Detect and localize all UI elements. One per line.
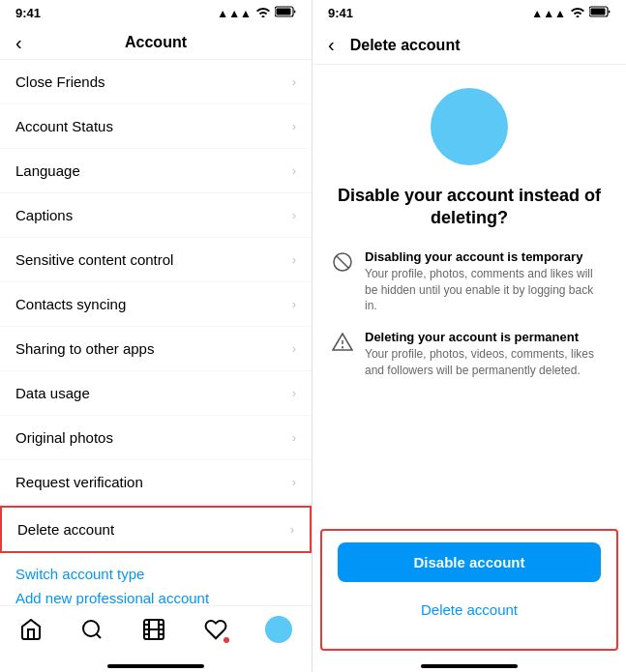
- disable-info-title: Disabling your account is temporary: [365, 249, 607, 264]
- chevron-icon: ›: [292, 297, 296, 311]
- bottom-navigation: [0, 605, 312, 658]
- chevron-icon: ›: [292, 252, 296, 267]
- delete-info-title: Deleting your account is permanent: [365, 330, 607, 344]
- delete-info-text: Deleting your account is permanent Your …: [365, 330, 607, 379]
- menu-item-original-photos[interactable]: Original photos ›: [0, 416, 312, 460]
- svg-rect-6: [591, 9, 606, 15]
- chevron-icon: ›: [292, 341, 296, 356]
- disable-info-item: Disabling your account is temporary Your…: [332, 249, 607, 314]
- disable-account-button[interactable]: Disable account: [338, 542, 601, 582]
- chevron-icon: ›: [292, 163, 296, 178]
- home-indicator-left: [0, 658, 312, 672]
- profile-circle: [431, 88, 508, 165]
- disable-icon: [332, 251, 353, 277]
- nav-heart[interactable]: [204, 618, 227, 641]
- disable-info-desc: Your profile, photos, comments and likes…: [365, 266, 607, 314]
- menu-item-delete-account[interactable]: Delete account ›: [0, 506, 312, 553]
- home-bar-right: [421, 664, 518, 668]
- right-back-button[interactable]: ‹: [328, 34, 335, 56]
- right-battery-icon: [589, 6, 611, 20]
- nav-reels[interactable]: [142, 618, 165, 641]
- switch-account-type-link[interactable]: Switch account type: [15, 566, 296, 582]
- chevron-icon: ›: [292, 74, 296, 89]
- home-bar: [107, 664, 204, 668]
- left-status-icons: ▲▲▲: [217, 6, 296, 20]
- bottom-action-buttons: Disable account Delete account: [320, 529, 618, 651]
- left-time: 9:41: [15, 6, 41, 20]
- chevron-icon: ›: [292, 430, 296, 445]
- chevron-icon: ›: [292, 475, 296, 489]
- chevron-icon: ›: [292, 119, 296, 133]
- menu-item-data-usage[interactable]: Data usage ›: [0, 371, 312, 416]
- right-nav-title: Delete account: [350, 37, 461, 54]
- wifi-icon: [255, 6, 271, 20]
- svg-rect-1: [277, 9, 291, 15]
- delete-account-content: Disable your account instead of deleting…: [313, 65, 626, 529]
- left-back-button[interactable]: ‹: [15, 32, 22, 54]
- battery-icon: [275, 6, 296, 20]
- menu-item-contacts-syncing[interactable]: Contacts syncing ›: [0, 282, 312, 327]
- chevron-icon: ›: [290, 522, 294, 537]
- nav-home[interactable]: [19, 618, 43, 641]
- menu-item-captions[interactable]: Captions ›: [0, 193, 312, 238]
- chevron-icon: ›: [292, 208, 296, 222]
- delete-info-item: Deleting your account is permanent Your …: [332, 330, 607, 379]
- right-signal-icon: ▲▲▲: [531, 7, 566, 20]
- right-wifi-icon: [570, 6, 585, 20]
- svg-line-3: [97, 634, 101, 638]
- menu-item-close-friends[interactable]: Close Friends ›: [0, 60, 312, 104]
- signal-icon: ▲▲▲: [217, 7, 252, 20]
- menu-item-sensitive-content[interactable]: Sensitive content control ›: [0, 238, 312, 282]
- menu-item-language[interactable]: Language ›: [0, 149, 312, 193]
- delete-account-button[interactable]: Delete account: [338, 594, 601, 626]
- left-status-bar: 9:41 ▲▲▲: [0, 0, 312, 26]
- nav-search[interactable]: [80, 618, 104, 641]
- delete-info-desc: Your profile, photos, videos, comments, …: [365, 346, 607, 379]
- disable-info-text: Disabling your account is temporary Your…: [365, 249, 607, 314]
- warning-icon: [332, 332, 353, 357]
- svg-line-8: [337, 256, 348, 268]
- menu-item-request-verification[interactable]: Request verification ›: [0, 460, 312, 505]
- menu-link-section: Switch account type Add new professional…: [0, 554, 312, 605]
- nav-profile[interactable]: [265, 616, 292, 643]
- add-professional-link[interactable]: Add new professional account: [15, 590, 296, 605]
- right-panel: 9:41 ▲▲▲ ‹ Delete account Disable your a…: [313, 0, 626, 672]
- right-status-bar: 9:41 ▲▲▲: [313, 0, 626, 26]
- menu-item-account-status[interactable]: Account Status ›: [0, 104, 312, 149]
- left-nav-title: Account: [125, 34, 187, 51]
- menu-item-sharing-other-apps[interactable]: Sharing to other apps ›: [0, 327, 312, 371]
- right-status-icons: ▲▲▲: [531, 6, 611, 20]
- disable-heading: Disable your account instead of deleting…: [332, 185, 607, 230]
- right-nav-header: ‹ Delete account: [313, 26, 626, 65]
- home-indicator-right: [313, 658, 626, 672]
- left-panel: 9:41 ▲▲▲ ‹ Account Close Friends › Accou…: [0, 0, 313, 672]
- right-time: 9:41: [328, 6, 353, 20]
- notification-dot: [224, 637, 229, 643]
- svg-point-2: [83, 621, 99, 636]
- left-menu-list: Close Friends › Account Status › Languag…: [0, 60, 312, 605]
- left-nav-header: ‹ Account: [0, 26, 312, 60]
- chevron-icon: ›: [292, 386, 296, 400]
